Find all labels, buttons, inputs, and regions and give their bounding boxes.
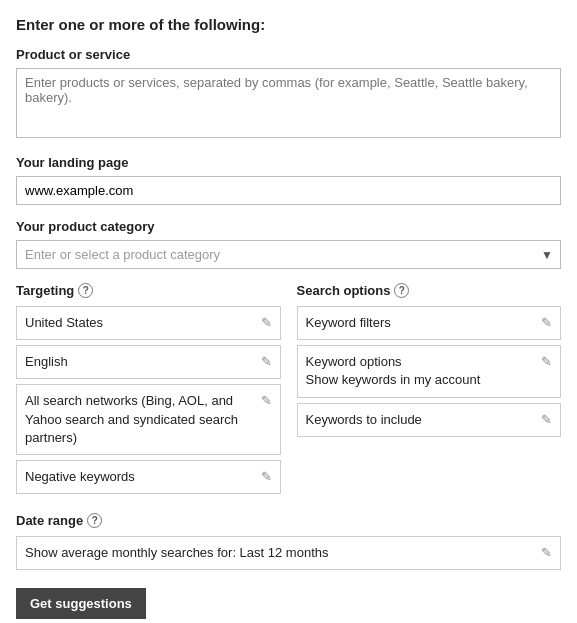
- targeting-item-3: Negative keywords ✎: [16, 460, 281, 494]
- product-category-label: Your product category: [16, 219, 561, 234]
- search-options-item-1-edit-icon[interactable]: ✎: [541, 354, 552, 369]
- date-range-help-icon[interactable]: ?: [87, 513, 102, 528]
- product-service-input[interactable]: [16, 68, 561, 138]
- targeting-item-3-edit-icon[interactable]: ✎: [261, 469, 272, 484]
- date-range-item-0-text: Show average monthly searches for: Last …: [25, 544, 535, 562]
- targeting-help-icon[interactable]: ?: [78, 283, 93, 298]
- targeting-item-3-text: Negative keywords: [25, 468, 255, 486]
- product-service-label: Product or service: [16, 47, 561, 62]
- targeting-column: Targeting ? United States ✎ English ✎ Al…: [16, 283, 281, 499]
- search-options-item-2: Keywords to include ✎: [297, 403, 562, 437]
- get-suggestions-button[interactable]: Get suggestions: [16, 588, 146, 619]
- date-range-group: Date range ? Show average monthly search…: [16, 513, 561, 570]
- search-options-label: Search options: [297, 283, 391, 298]
- date-range-item-0-edit-icon[interactable]: ✎: [541, 545, 552, 560]
- search-options-item-2-edit-icon[interactable]: ✎: [541, 412, 552, 427]
- targeting-item-2-text: All search networks (Bing, AOL, and Yaho…: [25, 392, 255, 447]
- search-options-item-2-text: Keywords to include: [306, 411, 536, 429]
- search-options-header: Search options ?: [297, 283, 562, 298]
- targeting-item-1-text: English: [25, 353, 255, 371]
- search-options-item-0: Keyword filters ✎: [297, 306, 562, 340]
- landing-page-group: Your landing page: [16, 155, 561, 205]
- search-options-item-1-text: Keyword optionsShow keywords in my accou…: [306, 353, 536, 389]
- search-options-item-1: Keyword optionsShow keywords in my accou…: [297, 345, 562, 397]
- product-category-group: Your product category Enter or select a …: [16, 219, 561, 269]
- page-title: Enter one or more of the following:: [16, 16, 561, 33]
- date-range-label: Date range: [16, 513, 83, 528]
- search-options-item-0-edit-icon[interactable]: ✎: [541, 315, 552, 330]
- product-category-select[interactable]: Enter or select a product category: [16, 240, 561, 269]
- targeting-item-2-edit-icon[interactable]: ✎: [261, 393, 272, 408]
- targeting-header: Targeting ?: [16, 283, 281, 298]
- targeting-item-1-edit-icon[interactable]: ✎: [261, 354, 272, 369]
- targeting-item-0-edit-icon[interactable]: ✎: [261, 315, 272, 330]
- targeting-item-1: English ✎: [16, 345, 281, 379]
- date-range-header: Date range ?: [16, 513, 561, 528]
- targeting-item-0: United States ✎: [16, 306, 281, 340]
- targeting-label: Targeting: [16, 283, 74, 298]
- search-options-column: Search options ? Keyword filters ✎ Keywo…: [297, 283, 562, 499]
- date-range-item-0: Show average monthly searches for: Last …: [16, 536, 561, 570]
- landing-page-label: Your landing page: [16, 155, 561, 170]
- targeting-search-columns: Targeting ? United States ✎ English ✎ Al…: [16, 283, 561, 499]
- targeting-item-0-text: United States: [25, 314, 255, 332]
- product-category-select-wrapper: Enter or select a product category ▼: [16, 240, 561, 269]
- search-options-help-icon[interactable]: ?: [394, 283, 409, 298]
- search-options-item-0-text: Keyword filters: [306, 314, 536, 332]
- product-service-group: Product or service: [16, 47, 561, 141]
- targeting-item-2: All search networks (Bing, AOL, and Yaho…: [16, 384, 281, 455]
- landing-page-input[interactable]: [16, 176, 561, 205]
